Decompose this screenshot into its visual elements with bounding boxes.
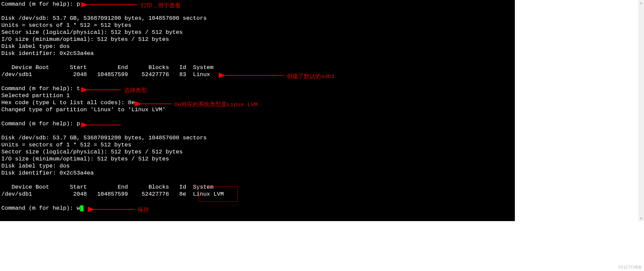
watermark: ©51CTO博客 (618, 265, 642, 270)
cmd-p2: Command (m for help): p (1, 120, 514, 127)
disk-info-a-1: Units = sectors of 1 * 512 = 512 bytes (1, 22, 514, 29)
disk-info-a-4: Disk label type: dos (1, 43, 514, 50)
cmd-t: Command (m for help): t (1, 85, 514, 92)
cmd-w: Command (m for help): w (1, 205, 514, 212)
disk-info-a-0: Disk /dev/sdb: 53.7 GB, 53687091200 byte… (1, 15, 514, 22)
scroll-down-icon[interactable]: ▾ (638, 215, 644, 221)
disk-info-b-2: Sector size (logical/physical): 512 byte… (1, 148, 514, 155)
part-table-row-a: /dev/sdb1 2048 104857599 52427776 83 Lin… (1, 71, 514, 78)
disk-info-b-3: I/O size (minimum/optimal): 512 bytes / … (1, 155, 514, 162)
disk-info-a-2: Sector size (logical/physical): 512 byte… (1, 29, 514, 36)
disk-info-b-4: Disk label type: dos (1, 162, 514, 170)
scrollbar[interactable]: ▴ ▾ (638, 0, 644, 221)
hex-code: Hex code (type L to list all codes): 8e (1, 99, 514, 106)
disk-info-b-0: Disk /dev/sdb: 53.7 GB, 53687091200 byte… (1, 134, 514, 141)
cursor-icon (80, 205, 84, 211)
part-table-row-b: /dev/sdb1 2048 104857599 52427776 8e Lin… (1, 191, 514, 198)
blank (1, 198, 514, 205)
disk-info-b-1: Units = sectors of 1 * 512 = 512 bytes (1, 141, 514, 148)
blank (1, 78, 514, 85)
part-table-hdr-a: Device Boot Start End Blocks Id System (1, 64, 514, 71)
blank (1, 113, 514, 120)
blank (1, 57, 514, 64)
disk-info-a-3: I/O size (minimum/optimal): 512 bytes / … (1, 36, 514, 43)
blank (1, 177, 514, 184)
part-table-hdr-b: Device Boot Start End Blocks Id System (1, 184, 514, 191)
cmd-p1: Command (m for help): p (1, 1, 514, 8)
changed-type: Changed type of partition 'Linux' to 'Li… (1, 106, 514, 113)
scroll-up-icon[interactable]: ▴ (638, 0, 644, 6)
disk-info-a-5: Disk identifier: 0x2c53a4ea (1, 50, 514, 57)
selected-partition: Selected partition 1 (1, 92, 514, 99)
disk-info-b-5: Disk identifier: 0x2c53a4ea (1, 170, 514, 177)
blank (1, 127, 514, 134)
terminal[interactable]: Command (m for help): p Disk /dev/sdb: 5… (0, 0, 515, 221)
blank (1, 8, 514, 15)
